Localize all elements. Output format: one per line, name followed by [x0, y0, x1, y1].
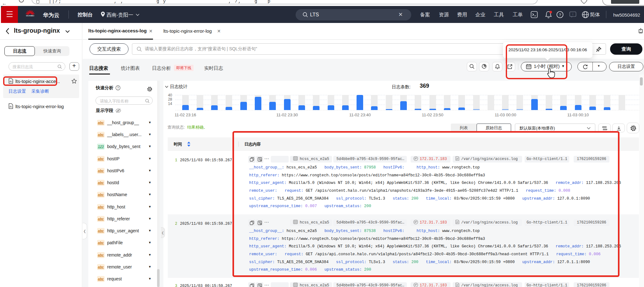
svg-text:?: ? [117, 86, 119, 90]
svg-text:?: ? [559, 13, 561, 17]
svg-text:HUAWEI: HUAWEI [26, 15, 34, 17]
svg-text:i: i [572, 12, 573, 16]
